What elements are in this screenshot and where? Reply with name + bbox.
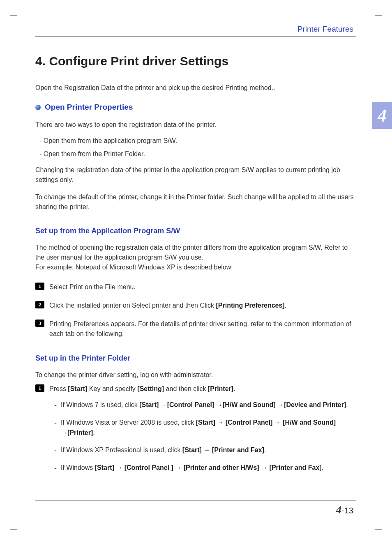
list-item: If WIndows Vista or Server 2008 is used,… [53,418,356,438]
page-content: Printer Features 4 4. Configure Print dr… [35,25,356,516]
body-text: To change the printer driver setting, lo… [35,370,356,380]
sub-bullet-list: If Windows 7 is used, click [Start] →[Co… [49,400,356,473]
subheading-text: Open Printer Properties [45,103,133,112]
step-text: Select Print on the File menu. [49,283,136,290]
step-text: Click the installed printer on Select pr… [49,302,286,309]
footer-page: 13 [344,506,353,515]
title-number: 4. [35,54,46,68]
step-item: 1 Press [Start] Key and specify [Setting… [35,384,356,473]
page-title: 4. Configure Print driver Settings [35,54,356,68]
step-item: 1 Select Print on the File menu. [35,282,356,292]
body-text: The method of opening the registration d… [35,243,356,272]
footer: 4-13 [35,487,356,516]
list-item: If Windows [Start] → [Control Panel ] → … [53,463,356,473]
numbered-steps: 1 Select Print on the File menu. 2 Click… [35,282,356,339]
crop-mark-bl [10,529,17,537]
step-item: 3 Printing Preferences appears. For the … [35,319,356,340]
body-text: To change the default of the printer, ch… [35,192,356,212]
list-item: If Windows 7 is used, click [Start] →[Co… [53,400,356,410]
step-number-icon: 3 [35,320,44,327]
step-text: Printing Preferences appears. For the de… [49,320,351,338]
step-item: 2 Click the installed printer on Select … [35,301,356,311]
step-number-icon: 1 [35,283,44,290]
subheading-setup-app: Set up from the Application Program S/W [35,227,356,235]
numbered-steps: 1 Press [Start] Key and specify [Setting… [35,384,356,473]
footer-rule [35,500,356,501]
intro-paragraph: Open the Registration Data of the printe… [35,83,356,93]
step-number-icon: 2 [35,301,44,308]
list-item: Open them from the application program S… [39,137,356,145]
footer-chapter: 4 [336,504,341,516]
footer-sep: - [341,506,344,515]
running-head: Printer Features [35,25,356,34]
list-item: Open them from the Printer Folder. [39,150,356,158]
body-text: Changing the registration data of the pr… [35,165,356,185]
page-number: 4-13 [35,504,356,516]
step-number-icon: 1 [35,384,44,392]
crop-mark-tl [10,8,17,16]
dash-list: Open them from the application program S… [35,137,356,158]
subheading-open-properties: Open Printer Properties [35,103,356,112]
step-text: Press [Start] Key and specify [Setting] … [49,385,235,392]
title-text: Configure Print driver Settings [49,54,228,68]
header-rule [35,36,356,37]
bullet-icon [35,105,41,110]
list-item: If Windows XP Professional is used, clic… [53,445,356,455]
subheading-setup-folder: Set up in the Printer Folder [35,354,356,363]
crop-mark-tr [375,8,382,16]
chapter-tab: 4 [372,102,392,129]
body-text: There are two ways to open the registrat… [35,120,356,130]
crop-mark-br [375,529,382,537]
